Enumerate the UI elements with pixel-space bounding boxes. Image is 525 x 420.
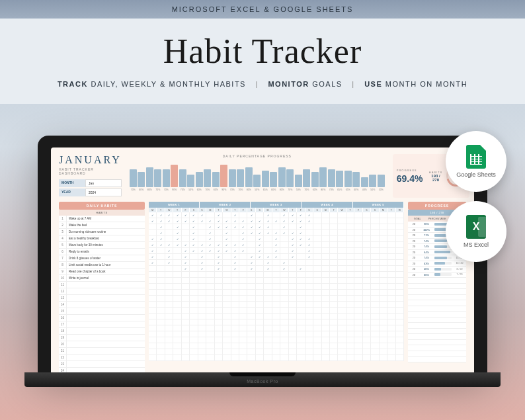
habit-cell[interactable] [190, 278, 198, 283]
habit-cell[interactable] [289, 325, 297, 331]
habit-cell[interactable] [272, 278, 280, 283]
habit-cell[interactable] [247, 296, 255, 301]
habit-cell[interactable] [297, 272, 305, 277]
habit-cell[interactable] [387, 355, 395, 360]
habit-cell[interactable] [305, 254, 313, 259]
habit-cell[interactable] [198, 248, 206, 253]
habit-cell[interactable] [190, 272, 198, 277]
habit-cell[interactable] [231, 224, 239, 230]
habit-cell[interactable] [256, 242, 264, 247]
habit-cell[interactable] [338, 343, 346, 349]
habit-cell[interactable] [280, 242, 288, 247]
habit-cell[interactable] [330, 224, 338, 230]
habit-cell[interactable] [305, 331, 313, 337]
habit-cell[interactable] [387, 230, 395, 235]
habit-cell[interactable] [247, 260, 255, 265]
habit-cell[interactable] [264, 242, 272, 247]
habit-cell[interactable] [239, 230, 247, 235]
habit-cell[interactable] [239, 325, 247, 331]
habit-cell[interactable] [354, 272, 362, 277]
habit-cell[interactable] [297, 254, 305, 259]
habit-cell[interactable] [272, 230, 280, 235]
habit-cell[interactable] [363, 212, 371, 218]
habit-cell[interactable] [215, 272, 223, 277]
habit-cell[interactable] [338, 254, 346, 259]
habit-cell[interactable] [256, 349, 264, 355]
habit-cell[interactable] [363, 355, 371, 360]
habit-cell[interactable] [396, 355, 404, 360]
habit-cell[interactable] [157, 218, 165, 224]
habit-cell[interactable] [297, 218, 305, 224]
habit-cell[interactable] [215, 260, 223, 265]
habit-cell[interactable] [371, 224, 379, 230]
habit-cell[interactable] [354, 278, 362, 283]
habit-cell[interactable] [322, 212, 330, 218]
habit-cell[interactable] [215, 224, 223, 230]
habit-cell[interactable] [206, 337, 214, 343]
habit-cell[interactable] [338, 272, 346, 277]
habit-cell[interactable] [330, 308, 338, 313]
habit-cell[interactable] [338, 302, 346, 307]
habit-cell[interactable] [289, 266, 297, 271]
habit-cell[interactable] [231, 212, 239, 218]
habit-cell[interactable] [157, 325, 165, 331]
habit-cell[interactable] [330, 337, 338, 343]
habit-cell[interactable] [346, 308, 354, 313]
habit-cell[interactable] [206, 266, 214, 271]
habit-cell[interactable] [190, 284, 198, 289]
habit-cell[interactable] [305, 319, 313, 325]
habit-row[interactable]: 1Wake up at 7 AM [59, 216, 145, 222]
habit-cell[interactable] [346, 230, 354, 235]
habit-cell[interactable] [305, 314, 313, 319]
habit-cell[interactable] [371, 284, 379, 289]
habit-cell[interactable] [297, 319, 305, 325]
habit-cell[interactable] [157, 331, 165, 337]
habit-cell[interactable] [256, 254, 264, 259]
habit-cell[interactable] [264, 260, 272, 265]
habit-cell[interactable] [322, 284, 330, 289]
habit-cell[interactable] [173, 236, 181, 241]
habit-cell[interactable] [354, 349, 362, 355]
habit-cell[interactable] [206, 218, 214, 224]
habit-row[interactable]: 23 [59, 361, 145, 368]
habit-cell[interactable] [305, 212, 313, 218]
habit-cell[interactable] [149, 230, 157, 235]
habit-cell[interactable] [198, 236, 206, 241]
habit-cell[interactable] [190, 314, 198, 319]
habit-cell[interactable] [149, 337, 157, 343]
habit-cell[interactable] [223, 355, 231, 360]
habit-cell[interactable] [387, 260, 395, 265]
habit-cell[interactable] [149, 308, 157, 313]
habit-cell[interactable] [313, 343, 321, 349]
habit-cell[interactable] [313, 248, 321, 253]
habit-cell[interactable] [371, 218, 379, 224]
habit-cell[interactable] [289, 314, 297, 319]
habit-cell[interactable] [280, 337, 288, 343]
habit-cell[interactable] [380, 314, 387, 319]
habit-cell[interactable] [182, 254, 190, 259]
habit-cell[interactable] [149, 290, 157, 295]
habit-cell[interactable] [289, 272, 297, 277]
habit-cell[interactable] [338, 296, 346, 301]
habit-cell[interactable] [198, 218, 206, 224]
habit-cell[interactable] [371, 331, 379, 337]
habit-cell[interactable] [206, 349, 214, 355]
habit-cell[interactable] [330, 314, 338, 319]
habit-cell[interactable] [182, 212, 190, 218]
habit-cell[interactable] [247, 319, 255, 325]
habit-cell[interactable] [198, 284, 206, 289]
habit-cell[interactable] [215, 236, 223, 241]
habit-cell[interactable] [223, 296, 231, 301]
habit-cell[interactable] [223, 236, 231, 241]
habit-cell[interactable] [198, 230, 206, 235]
habit-row[interactable]: 15 [59, 308, 145, 315]
habit-cell[interactable] [363, 284, 371, 289]
habit-cell[interactable] [313, 319, 321, 325]
habit-cell[interactable] [247, 325, 255, 331]
habit-cell[interactable] [239, 236, 247, 241]
habit-cell[interactable] [387, 337, 395, 343]
habit-cell[interactable] [264, 355, 272, 360]
habit-cell[interactable] [330, 296, 338, 301]
habit-cell[interactable] [272, 218, 280, 224]
habit-cell[interactable] [247, 308, 255, 313]
